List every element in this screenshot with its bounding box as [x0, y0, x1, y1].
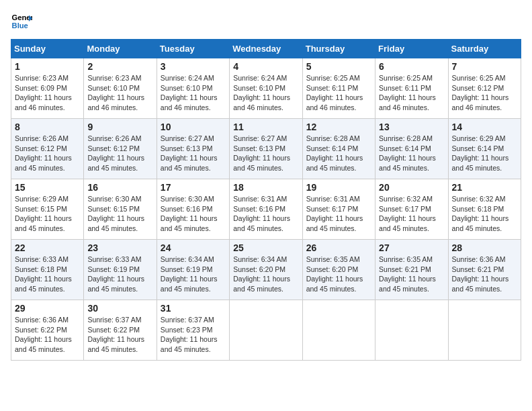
calendar-cell: 14Sunrise: 6:29 AM Sunset: 6:14 PM Dayli…: [448, 119, 521, 179]
svg-text:Blue: Blue: [12, 21, 28, 30]
day-info: Sunrise: 6:25 AM Sunset: 6:11 PM Dayligh…: [306, 73, 371, 113]
day-number: 11: [233, 122, 298, 132]
calendar-cell: 28Sunrise: 6:36 AM Sunset: 6:21 PM Dayli…: [448, 240, 521, 300]
day-info: Sunrise: 6:37 AM Sunset: 6:22 PM Dayligh…: [87, 315, 152, 355]
calendar-cell: [230, 300, 302, 361]
day-header-friday: Friday: [375, 40, 448, 58]
day-header-monday: Monday: [84, 40, 157, 58]
calendar-cell: 31Sunrise: 6:37 AM Sunset: 6:23 PM Dayli…: [157, 300, 229, 361]
calendar-cell: 17Sunrise: 6:30 AM Sunset: 6:16 PM Dayli…: [157, 179, 229, 240]
day-number: 1: [15, 61, 80, 72]
day-info: Sunrise: 6:29 AM Sunset: 6:14 PM Dayligh…: [452, 134, 517, 173]
day-number: 18: [233, 182, 298, 193]
day-number: 13: [379, 122, 444, 132]
day-header-saturday: Saturday: [448, 40, 521, 58]
day-info: Sunrise: 6:35 AM Sunset: 6:20 PM Dayligh…: [306, 255, 371, 294]
calendar-cell: 21Sunrise: 6:32 AM Sunset: 6:18 PM Dayli…: [448, 179, 521, 240]
day-info: Sunrise: 6:26 AM Sunset: 6:12 PM Dayligh…: [87, 134, 152, 173]
day-number: 10: [161, 122, 226, 132]
day-info: Sunrise: 6:30 AM Sunset: 6:15 PM Dayligh…: [87, 194, 152, 234]
day-number: 8: [15, 122, 80, 132]
calendar-cell: 1Sunrise: 6:23 AM Sunset: 6:09 PM Daylig…: [11, 58, 84, 119]
day-info: Sunrise: 6:25 AM Sunset: 6:11 PM Dayligh…: [379, 73, 444, 113]
calendar-table: SundayMondayTuesdayWednesdayThursdayFrid…: [11, 39, 521, 361]
day-info: Sunrise: 6:28 AM Sunset: 6:14 PM Dayligh…: [306, 134, 371, 173]
calendar-cell: 8Sunrise: 6:26 AM Sunset: 6:12 PM Daylig…: [11, 119, 84, 179]
calendar-cell: 10Sunrise: 6:27 AM Sunset: 6:13 PM Dayli…: [157, 119, 229, 179]
day-info: Sunrise: 6:24 AM Sunset: 6:10 PM Dayligh…: [233, 73, 298, 113]
calendar-cell: 11Sunrise: 6:27 AM Sunset: 6:13 PM Dayli…: [230, 119, 302, 179]
day-info: Sunrise: 6:24 AM Sunset: 6:10 PM Dayligh…: [161, 73, 226, 113]
day-number: 15: [15, 182, 80, 193]
day-info: Sunrise: 6:36 AM Sunset: 6:21 PM Dayligh…: [452, 255, 517, 294]
day-info: Sunrise: 6:34 AM Sunset: 6:19 PM Dayligh…: [161, 255, 226, 294]
day-number: 27: [379, 242, 444, 253]
day-info: Sunrise: 6:29 AM Sunset: 6:15 PM Dayligh…: [15, 194, 80, 234]
day-info: Sunrise: 6:36 AM Sunset: 6:22 PM Dayligh…: [15, 315, 80, 355]
day-info: Sunrise: 6:30 AM Sunset: 6:16 PM Dayligh…: [161, 194, 226, 234]
page-header: General Blue: [11, 11, 521, 32]
calendar-week-row: 8Sunrise: 6:26 AM Sunset: 6:12 PM Daylig…: [11, 119, 521, 179]
day-number: 17: [161, 182, 226, 193]
day-info: Sunrise: 6:23 AM Sunset: 6:09 PM Dayligh…: [15, 73, 80, 113]
day-header-tuesday: Tuesday: [157, 40, 229, 58]
calendar-cell: 27Sunrise: 6:35 AM Sunset: 6:21 PM Dayli…: [375, 240, 448, 300]
calendar-cell: 6Sunrise: 6:25 AM Sunset: 6:11 PM Daylig…: [375, 58, 448, 119]
day-number: 2: [87, 61, 152, 72]
calendar-cell: [375, 300, 448, 361]
calendar-cell: 13Sunrise: 6:28 AM Sunset: 6:14 PM Dayli…: [375, 119, 448, 179]
logo: General Blue: [11, 11, 32, 32]
day-number: 22: [15, 242, 80, 253]
calendar-header-row: SundayMondayTuesdayWednesdayThursdayFrid…: [11, 40, 521, 58]
day-info: Sunrise: 6:25 AM Sunset: 6:12 PM Dayligh…: [452, 73, 517, 113]
day-info: Sunrise: 6:33 AM Sunset: 6:18 PM Dayligh…: [15, 255, 80, 294]
day-number: 4: [233, 61, 298, 72]
calendar-cell: 4Sunrise: 6:24 AM Sunset: 6:10 PM Daylig…: [230, 58, 302, 119]
day-number: 16: [87, 182, 152, 193]
day-info: Sunrise: 6:23 AM Sunset: 6:10 PM Dayligh…: [87, 73, 152, 113]
calendar-week-row: 15Sunrise: 6:29 AM Sunset: 6:15 PM Dayli…: [11, 179, 521, 240]
day-number: 24: [161, 242, 226, 253]
day-info: Sunrise: 6:31 AM Sunset: 6:16 PM Dayligh…: [233, 194, 298, 234]
day-info: Sunrise: 6:32 AM Sunset: 6:17 PM Dayligh…: [379, 194, 444, 234]
day-info: Sunrise: 6:26 AM Sunset: 6:12 PM Dayligh…: [15, 134, 80, 173]
day-number: 19: [306, 182, 371, 193]
calendar-cell: 29Sunrise: 6:36 AM Sunset: 6:22 PM Dayli…: [11, 300, 84, 361]
calendar-cell: 23Sunrise: 6:33 AM Sunset: 6:19 PM Dayli…: [84, 240, 157, 300]
calendar-cell: 30Sunrise: 6:37 AM Sunset: 6:22 PM Dayli…: [84, 300, 157, 361]
calendar-week-row: 29Sunrise: 6:36 AM Sunset: 6:22 PM Dayli…: [11, 300, 521, 361]
calendar-week-row: 22Sunrise: 6:33 AM Sunset: 6:18 PM Dayli…: [11, 240, 521, 300]
calendar-cell: 7Sunrise: 6:25 AM Sunset: 6:12 PM Daylig…: [448, 58, 521, 119]
day-info: Sunrise: 6:27 AM Sunset: 6:13 PM Dayligh…: [233, 134, 298, 173]
calendar-cell: 26Sunrise: 6:35 AM Sunset: 6:20 PM Dayli…: [302, 240, 375, 300]
day-info: Sunrise: 6:31 AM Sunset: 6:17 PM Dayligh…: [306, 194, 371, 234]
day-number: 3: [161, 61, 226, 72]
day-number: 20: [379, 182, 444, 193]
day-info: Sunrise: 6:32 AM Sunset: 6:18 PM Dayligh…: [452, 194, 517, 234]
calendar-cell: 15Sunrise: 6:29 AM Sunset: 6:15 PM Dayli…: [11, 179, 84, 240]
calendar-cell: 19Sunrise: 6:31 AM Sunset: 6:17 PM Dayli…: [302, 179, 375, 240]
day-number: 9: [87, 122, 152, 132]
day-number: 5: [306, 61, 371, 72]
day-number: 25: [233, 242, 298, 253]
logo-icon: General Blue: [11, 11, 32, 32]
day-info: Sunrise: 6:35 AM Sunset: 6:21 PM Dayligh…: [379, 255, 444, 294]
day-info: Sunrise: 6:28 AM Sunset: 6:14 PM Dayligh…: [379, 134, 444, 173]
calendar-cell: 18Sunrise: 6:31 AM Sunset: 6:16 PM Dayli…: [230, 179, 302, 240]
calendar-cell: 24Sunrise: 6:34 AM Sunset: 6:19 PM Dayli…: [157, 240, 229, 300]
calendar-cell: 3Sunrise: 6:24 AM Sunset: 6:10 PM Daylig…: [157, 58, 229, 119]
day-info: Sunrise: 6:27 AM Sunset: 6:13 PM Dayligh…: [161, 134, 226, 173]
day-number: 14: [452, 122, 517, 132]
day-header-wednesday: Wednesday: [230, 40, 302, 58]
calendar-cell: 5Sunrise: 6:25 AM Sunset: 6:11 PM Daylig…: [302, 58, 375, 119]
day-header-sunday: Sunday: [11, 40, 84, 58]
day-number: 7: [452, 61, 517, 72]
day-number: 21: [452, 182, 517, 193]
day-number: 29: [15, 303, 80, 314]
calendar-cell: 25Sunrise: 6:34 AM Sunset: 6:20 PM Dayli…: [230, 240, 302, 300]
calendar-cell: 2Sunrise: 6:23 AM Sunset: 6:10 PM Daylig…: [84, 58, 157, 119]
calendar-cell: [302, 300, 375, 361]
day-info: Sunrise: 6:34 AM Sunset: 6:20 PM Dayligh…: [233, 255, 298, 294]
day-number: 23: [87, 242, 152, 253]
calendar-cell: 16Sunrise: 6:30 AM Sunset: 6:15 PM Dayli…: [84, 179, 157, 240]
